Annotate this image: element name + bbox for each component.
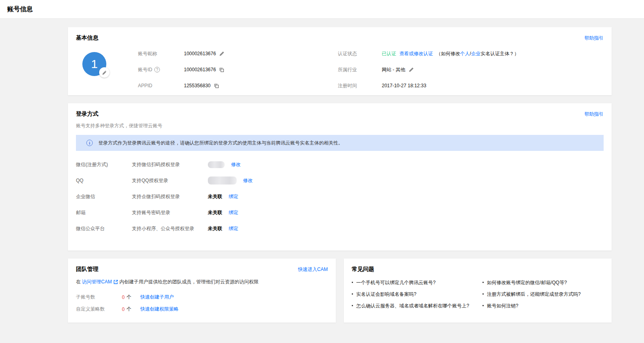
faq-item[interactable]: 实名认证会影响域名备案吗? xyxy=(352,291,483,303)
copy-account-id-icon[interactable] xyxy=(219,67,224,72)
login-desc: 支持企微扫码授权登录 xyxy=(132,193,208,200)
masked-qq-account xyxy=(208,177,237,185)
login-desc: 支持微信扫码授权登录 xyxy=(132,161,208,168)
faq-item[interactable]: 如何修改账号绑定的微信/邮箱/QQ等? xyxy=(483,279,604,291)
account-id-help-icon[interactable]: ? xyxy=(154,67,160,72)
login-name: 企业微信 xyxy=(76,193,132,200)
sub-account-unit: 个 xyxy=(127,294,132,301)
login-row-wechat-mp: 微信公众平台 支持小程序、公众号授权登录 未关联 绑定 xyxy=(76,221,604,237)
login-row-wecom: 企业微信 支持企微扫码授权登录 未关联 绑定 xyxy=(76,189,604,205)
login-row-qq: QQ 支持QQ授权登录 修改 xyxy=(76,173,604,189)
bullet-icon xyxy=(352,293,353,295)
masked-wechat-account xyxy=(208,161,225,168)
custom-policy-unit: 个 xyxy=(127,306,132,313)
edit-industry-icon[interactable] xyxy=(409,67,414,72)
edit-icon xyxy=(102,70,107,75)
custom-policy-label: 自定义策略数 xyxy=(76,306,122,313)
main-content: 基本信息 帮助指引 1 账号昵称 100002613676 xyxy=(68,27,612,323)
basic-info-card: 基本信息 帮助指引 1 账号昵称 100002613676 xyxy=(68,27,612,95)
login-subtitle: 账号支持多种登录方式，便捷管理云账号 xyxy=(76,122,604,129)
wechat-mp-status: 未关联 xyxy=(208,225,222,232)
modify-qq-link[interactable]: 修改 xyxy=(243,177,253,184)
personal-auth-link[interactable]: 个人 xyxy=(460,51,470,56)
login-methods-title: 登录方式 xyxy=(76,110,98,118)
industry-value: 网站 - 其他 xyxy=(382,66,405,73)
auth-modify-link[interactable]: 查看或修改认证 xyxy=(399,50,433,57)
edit-nickname-icon[interactable] xyxy=(219,51,225,56)
appid-value: 1255356830 xyxy=(184,83,211,88)
account-id-value: 100002613676 xyxy=(184,67,216,72)
auth-status-badge: 已认证 xyxy=(382,50,396,57)
bind-email-link[interactable]: 绑定 xyxy=(229,209,238,216)
avatar-wrap: 1 xyxy=(76,46,138,94)
faq-title: 常见问题 xyxy=(352,266,374,273)
login-name: 微信(注册方式) xyxy=(76,161,132,168)
nickname-label: 账号昵称 xyxy=(138,50,184,57)
enter-cam-link[interactable]: 快速进入CAM xyxy=(298,266,328,273)
faq-item[interactable]: 账号如何注销? xyxy=(483,303,604,314)
account-id-row: 账号ID ? 100002613676 xyxy=(138,62,338,78)
login-help-link[interactable]: 帮助指引 xyxy=(584,111,604,118)
custom-policy-count: 0 xyxy=(122,307,125,312)
login-info-banner: i 登录方式作为登录腾讯云账号的途径，请确认您所绑定的登录方式的使用主体与当前腾… xyxy=(76,135,604,151)
modify-wechat-link[interactable]: 修改 xyxy=(231,161,241,168)
appid-row: APPID 1255356830 xyxy=(138,78,338,94)
custom-policy-row: 自定义策略数 0 个 快速创建权限策略 xyxy=(76,304,328,315)
login-name: 微信公众平台 xyxy=(76,225,132,232)
login-row-email: 邮箱 支持账号密码登录 未关联 绑定 xyxy=(76,205,604,221)
faq-card: 常见问题 一个手机号可以绑定几个腾讯云账号? 实名认证会影响域名备案吗? 怎么确… xyxy=(344,259,612,323)
bullet-icon xyxy=(483,282,484,283)
login-desc: 支持账号密码登录 xyxy=(132,209,208,216)
team-management-card: 团队管理 快速进入CAM 在 访问管理CAM 内创建子用户提供给您的团队成员，管… xyxy=(68,259,336,323)
register-time-label: 注册时间 xyxy=(338,82,382,89)
login-desc: 支持QQ授权登录 xyxy=(132,177,208,184)
login-name: QQ xyxy=(76,178,132,183)
bullet-icon xyxy=(352,282,353,283)
sub-account-row: 子账号数 0 个 快速创建子用户 xyxy=(76,292,328,303)
email-status: 未关联 xyxy=(208,209,222,216)
create-policy-link[interactable]: 快速创建权限策略 xyxy=(140,306,179,313)
nickname-row: 账号昵称 100002613676 xyxy=(138,46,338,62)
faq-item[interactable]: 注册方式被解绑后，还能绑定成登录方式吗? xyxy=(483,291,604,303)
appid-label: APPID xyxy=(138,83,184,88)
auth-status-row: 认证状态 已认证 查看或修改认证 （如何修改个人/企业实名认证主体？） xyxy=(338,46,604,62)
login-name: 邮箱 xyxy=(76,209,132,216)
login-row-wechat: 微信(注册方式) 支持微信扫码授权登录 修改 xyxy=(76,156,604,173)
login-methods-card: 登录方式 帮助指引 账号支持多种登录方式，便捷管理云账号 i 登录方式作为登录腾… xyxy=(68,103,612,251)
industry-label: 所属行业 xyxy=(338,66,382,73)
create-sub-user-link[interactable]: 快速创建子用户 xyxy=(140,294,174,301)
avatar-text: 1 xyxy=(91,57,98,71)
team-title: 团队管理 xyxy=(76,266,98,273)
wecom-status: 未关联 xyxy=(208,193,222,200)
register-time-row: 注册时间 2017-10-27 18:12:33 xyxy=(338,78,604,94)
industry-row: 所属行业 网站 - 其他 xyxy=(338,62,604,78)
login-desc: 支持小程序、公众号授权登录 xyxy=(132,225,208,232)
page-header: 账号信息 xyxy=(0,0,644,19)
login-banner-text: 登录方式作为登录腾讯云账号的途径，请确认您所绑定的登录方式的使用主体与当前腾讯云… xyxy=(98,140,343,146)
bullet-icon xyxy=(352,305,353,306)
cam-console-link[interactable]: 访问管理CAM xyxy=(82,279,112,285)
sub-account-count: 0 xyxy=(122,295,125,300)
basic-help-link[interactable]: 帮助指引 xyxy=(584,35,604,42)
register-time-value: 2017-10-27 18:12:33 xyxy=(382,83,426,88)
faq-item[interactable]: 怎么确认云服务器、域名或者域名解析在哪个账号上? xyxy=(352,303,483,314)
external-link-icon xyxy=(113,279,118,285)
account-id-label: 账号ID xyxy=(138,66,152,73)
bullet-icon xyxy=(483,305,484,306)
faq-item[interactable]: 一个手机号可以绑定几个腾讯云账号? xyxy=(352,279,483,291)
nickname-value: 100002613676 xyxy=(184,51,216,56)
team-description: 在 访问管理CAM 内创建子用户提供给您的团队成员，管理他们对云资源的访问权限 xyxy=(76,279,328,285)
bullet-icon xyxy=(483,293,484,295)
auth-status-label: 认证状态 xyxy=(338,50,382,57)
avatar: 1 xyxy=(82,52,106,76)
bind-wechat-mp-link[interactable]: 绑定 xyxy=(229,225,238,232)
avatar-edit-button[interactable] xyxy=(99,67,110,78)
enterprise-auth-link[interactable]: 企业 xyxy=(471,51,481,56)
copy-appid-icon[interactable] xyxy=(214,83,219,88)
info-icon: i xyxy=(86,140,93,146)
basic-info-title: 基本信息 xyxy=(76,34,98,42)
bind-wecom-link[interactable]: 绑定 xyxy=(229,193,238,200)
page-title: 账号信息 xyxy=(7,5,33,14)
auth-note: （如何修改个人/企业实名认证主体？） xyxy=(436,50,519,57)
sub-account-label: 子账号数 xyxy=(76,294,122,301)
